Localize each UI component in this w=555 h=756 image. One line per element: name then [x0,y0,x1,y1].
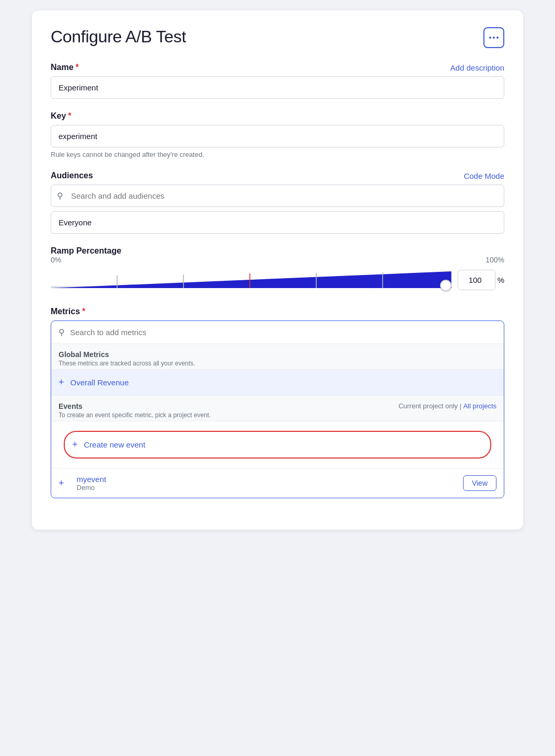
name-label: Name* [51,63,79,72]
percentage-input-wrapper: % [458,270,504,290]
page-title: Configure A/B Test [51,27,186,47]
key-label-row: Key* [51,111,504,121]
more-options-button[interactable] [483,27,504,48]
global-metrics-subtitle: These metrics are tracked across all you… [59,360,496,367]
overall-revenue-plus-icon: + [59,377,64,388]
view-event-button[interactable]: View [463,475,496,491]
ramp-chart [51,269,452,290]
metrics-label-row: Metrics* [51,307,504,316]
add-description-link[interactable]: Add description [450,63,504,72]
name-field-section: Name* Add description [51,63,504,99]
audiences-search-wrapper: ⚲ [51,185,504,207]
overall-revenue-item[interactable]: + Overall Revenue [51,369,504,395]
ramp-labels: 0% 100% [51,256,504,264]
events-subtitle: To create an event specific metric, pick… [59,411,211,419]
events-header-left: Events To create an event specific metri… [59,402,211,419]
key-hint: Rule keys cannot be changed after they'r… [51,151,504,158]
create-event-wrapper: + Create new event [51,421,504,468]
metrics-search-row: ⚲ [51,321,504,344]
myevent-name: myevent [77,475,107,484]
key-input[interactable] [51,125,504,147]
dot-1 [489,37,491,39]
myevent-info: myevent Demo [77,475,107,491]
configure-ab-test-card: Configure A/B Test Name* Add description… [32,10,523,530]
percent-label: % [498,276,504,284]
dot-3 [496,37,499,39]
ramp-section: Ramp Percentage 0% 100% [51,246,504,292]
create-event-plus-icon: + [72,439,78,450]
ramp-min-label: 0% [51,256,61,264]
audiences-search-input[interactable] [51,185,504,207]
myevent-plus-icon: + [59,478,64,489]
metrics-field-section: Metrics* ⚲ Global Metrics These metrics … [51,307,504,498]
ramp-max-label: 100% [485,256,504,264]
ramp-label: Ramp Percentage [51,246,121,255]
key-label: Key* [51,111,72,121]
ramp-percentage-input[interactable] [458,270,495,290]
name-input[interactable] [51,76,504,99]
global-metrics-header: Global Metrics These metrics are tracked… [51,344,504,369]
name-label-row: Name* Add description [51,63,504,72]
key-required-star: * [68,111,71,120]
svg-marker-1 [51,271,452,288]
myevent-item-left: + myevent Demo [59,475,106,491]
events-title: Events [59,402,211,410]
all-projects-link[interactable]: All projects [463,402,496,410]
myevent-item[interactable]: + myevent Demo View [51,468,504,498]
more-dots [489,37,499,39]
overall-revenue-label: Overall Revenue [71,378,129,387]
metrics-dropdown: ⚲ Global Metrics These metrics are track… [51,320,504,498]
global-metrics-title: Global Metrics [59,350,496,359]
create-event-label: Create new event [84,440,146,449]
audiences-label-row: Audiences Code Mode [51,171,504,180]
metrics-search-icon: ⚲ [59,327,65,337]
page-header: Configure A/B Test [51,27,504,48]
audiences-field-section: Audiences Code Mode ⚲ Everyone [51,171,504,234]
dot-2 [493,37,495,39]
everyone-tag[interactable]: Everyone [51,211,504,234]
metrics-search-input[interactable] [70,328,496,337]
ramp-container: % [51,267,504,292]
create-new-event-item[interactable]: + Create new event [64,431,491,459]
events-section-header: Events To create an event specific metri… [51,395,504,421]
current-project-label: Current project only | [398,402,463,410]
slider-wrapper[interactable] [51,267,452,292]
audiences-label: Audiences [51,171,93,180]
key-field-section: Key* Rule keys cannot be changed after t… [51,111,504,158]
metrics-required-star: * [82,307,85,316]
slider-thumb[interactable] [440,280,452,291]
events-header-right: Current project only | All projects [398,402,496,410]
code-mode-link[interactable]: Code Mode [464,171,504,180]
myevent-desc: Demo [77,484,107,491]
name-required-star: * [76,63,79,72]
metrics-label: Metrics* [51,307,85,316]
